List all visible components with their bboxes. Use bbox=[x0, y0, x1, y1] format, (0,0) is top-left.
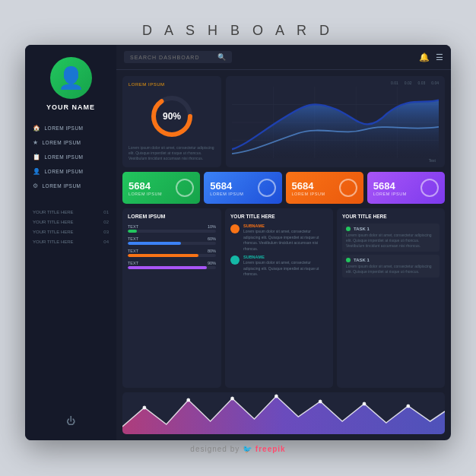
sidebar-item-1[interactable]: 🏠 LOREM IPSUM bbox=[25, 122, 116, 135]
gear-icon: ⚙ bbox=[33, 182, 39, 189]
sidebar-item-label-3: LOREM IPSUM bbox=[45, 154, 84, 160]
svg-point-11 bbox=[230, 397, 234, 401]
task-dot-2 bbox=[346, 258, 351, 262]
svg-point-13 bbox=[319, 400, 322, 404]
mid-col-title: YOUR TITLE HERE bbox=[230, 214, 275, 219]
sidebar-item-3[interactable]: 📋 LOREM IPSUM bbox=[25, 151, 116, 163]
stat-card-purple: 5684 LOREM IPSUM bbox=[367, 172, 445, 204]
power-button[interactable]: ⏻ bbox=[60, 410, 81, 433]
progress-text-1: TEXT bbox=[128, 224, 138, 229]
progress-row-4: TEXT 90% bbox=[128, 261, 216, 269]
stat-num-3: 5684 bbox=[292, 180, 325, 192]
area-label-4: 0.04 bbox=[431, 81, 439, 85]
main-content: 🔍 🔔 ☰ LOREM IPSUM 90% bbox=[116, 45, 451, 440]
footer-brand: freepik bbox=[255, 445, 286, 453]
sidebar-item-label-2: LOREM IPSUM bbox=[43, 140, 81, 145]
stat-card-orange: 5684 LOREM IPSUM bbox=[286, 172, 363, 204]
stat-circle-1 bbox=[176, 179, 194, 197]
search-input[interactable] bbox=[130, 55, 214, 60]
list-sub-label-2: SUBNAME bbox=[243, 255, 328, 259]
progress-bar-bg-4 bbox=[128, 266, 216, 269]
list-item-num: 02 bbox=[103, 220, 109, 224]
svg-point-12 bbox=[274, 395, 278, 398]
progress-row-3: TEXT 80% bbox=[128, 249, 216, 257]
list-item-label: YOUR TITLE HERE bbox=[33, 210, 74, 214]
stat-sub-3: LOREM IPSUM bbox=[292, 192, 325, 196]
area-chart-card: 0.01 0.02 0.03 0.04 bbox=[226, 76, 445, 167]
progress-bar-fill-3 bbox=[128, 254, 198, 257]
progress-text-3: TEXT bbox=[128, 249, 138, 253]
progress-pct-1: 10% bbox=[208, 224, 216, 229]
row1: LOREM IPSUM 90% Lorem ipsum dolor sit am… bbox=[122, 76, 445, 167]
stat-info: 5684 LOREM IPSUM bbox=[210, 180, 243, 196]
topbar: 🔍 🔔 ☰ bbox=[116, 45, 451, 70]
right-col-title: YOUR TITLE HERE bbox=[342, 214, 387, 219]
donut-card: LOREM IPSUM 90% Lorem ipsum dolor sit am… bbox=[122, 76, 221, 167]
progress-bar-bg-2 bbox=[128, 242, 216, 245]
list-item-label: YOUR TITLE HERE bbox=[33, 240, 74, 244]
menu-icon[interactable]: ☰ bbox=[436, 52, 443, 62]
progress-pct-2: 60% bbox=[208, 236, 216, 241]
svg-point-9 bbox=[143, 406, 147, 410]
user-icon: 👤 bbox=[33, 168, 41, 175]
list-item: YOUR TITLE HERE 03 bbox=[25, 228, 116, 236]
sidebar-item-5[interactable]: ⚙ LOREM IPSUM bbox=[25, 179, 116, 192]
stat-info: 5684 LOREM IPSUM bbox=[373, 180, 407, 196]
area-x-label: Text bbox=[232, 158, 439, 163]
task-label-2: TASK 1 bbox=[354, 258, 370, 262]
bell-icon[interactable]: 🔔 bbox=[419, 52, 430, 62]
donut-percent: 90% bbox=[163, 111, 181, 122]
progress-col: LOREM IPSUM TEXT 10% TEXT 60% bbox=[122, 208, 221, 388]
list-item: YOUR TITLE HERE 01 bbox=[25, 208, 116, 216]
mid-col-title-row: YOUR TITLE HERE bbox=[230, 214, 328, 219]
svg-point-14 bbox=[363, 402, 367, 406]
list-item-label: YOUR TITLE HERE bbox=[33, 220, 74, 224]
content-area: LOREM IPSUM 90% Lorem ipsum dolor sit am… bbox=[116, 70, 451, 440]
progress-col-title: LOREM IPSUM bbox=[128, 214, 216, 219]
sidebar: 👤 YOUR NAME 🏠 LOREM IPSUM ★ LOREM IPSUM … bbox=[25, 45, 116, 440]
list-item-num: 04 bbox=[103, 240, 109, 244]
area-label-2: 0.02 bbox=[405, 81, 412, 85]
home-icon: 🏠 bbox=[33, 125, 41, 132]
task-label-1: TASK 1 bbox=[354, 227, 370, 231]
list-entry-content-2: SUBNAME Lorem ipsum dolor sit amet, cons… bbox=[243, 255, 328, 278]
progress-bar-bg-1 bbox=[128, 230, 216, 233]
stat-sub-4: LOREM IPSUM bbox=[373, 192, 407, 196]
list-item-num: 03 bbox=[103, 230, 109, 234]
list-item: YOUR TITLE HERE 02 bbox=[25, 218, 116, 226]
sidebar-item-4[interactable]: 👤 LOREM IPSUM bbox=[25, 165, 116, 178]
donut-wrapper: 90% bbox=[129, 90, 215, 142]
stat-circle-3 bbox=[339, 179, 357, 197]
svg-point-10 bbox=[186, 398, 190, 402]
task-dot-1 bbox=[346, 227, 351, 231]
footer: designed by 🐦 freepik bbox=[190, 445, 285, 453]
sidebar-item-label-1: LOREM IPSUM bbox=[45, 125, 84, 131]
list-dot-orange bbox=[230, 224, 240, 233]
donut-label: LOREM IPSUM bbox=[129, 82, 215, 87]
stat-circle-2 bbox=[258, 179, 276, 197]
search-icon: 🔍 bbox=[217, 53, 226, 61]
bottom-svg bbox=[122, 392, 445, 434]
list-entry-content-1: SUBNAME Lorem ipsum dolor sit amet, cons… bbox=[243, 224, 328, 252]
area-chart-container bbox=[232, 87, 439, 158]
right-col-title-row: YOUR TITLE HERE bbox=[342, 214, 440, 219]
dashboard-wrapper: 👤 YOUR NAME 🏠 LOREM IPSUM ★ LOREM IPSUM … bbox=[25, 45, 451, 440]
stat-info: 5684 LOREM IPSUM bbox=[129, 180, 162, 196]
stat-cards-row: 5684 LOREM IPSUM 5684 LOREM IPSUM 5684 bbox=[122, 172, 445, 204]
task-item-1: TASK 1 Lorem ipsum dolor sit amet, conse… bbox=[342, 224, 440, 252]
progress-text-2: TEXT bbox=[128, 236, 138, 241]
donut-desc: Lorem ipsum dolor sit amet, consectetur … bbox=[129, 145, 215, 161]
svg-point-15 bbox=[406, 405, 410, 408]
sidebar-item-2[interactable]: ★ LOREM IPSUM bbox=[25, 136, 116, 149]
area-label-3: 0.03 bbox=[418, 81, 426, 85]
progress-row-2: TEXT 60% bbox=[128, 236, 216, 245]
row3: LOREM IPSUM TEXT 10% TEXT 60% bbox=[122, 208, 445, 388]
search-box[interactable]: 🔍 bbox=[124, 51, 232, 63]
list-entry-2: SUBNAME Lorem ipsum dolor sit amet, cons… bbox=[230, 255, 328, 278]
mid-col: YOUR TITLE HERE SUBNAME Lorem ipsum dolo… bbox=[225, 208, 333, 388]
stat-card-blue: 5684 LOREM IPSUM bbox=[204, 172, 281, 204]
stat-num-1: 5684 bbox=[129, 180, 162, 192]
progress-pct-3: 80% bbox=[208, 249, 216, 253]
stat-sub-2: LOREM IPSUM bbox=[210, 192, 243, 196]
list-item: YOUR TITLE HERE 04 bbox=[25, 238, 116, 246]
